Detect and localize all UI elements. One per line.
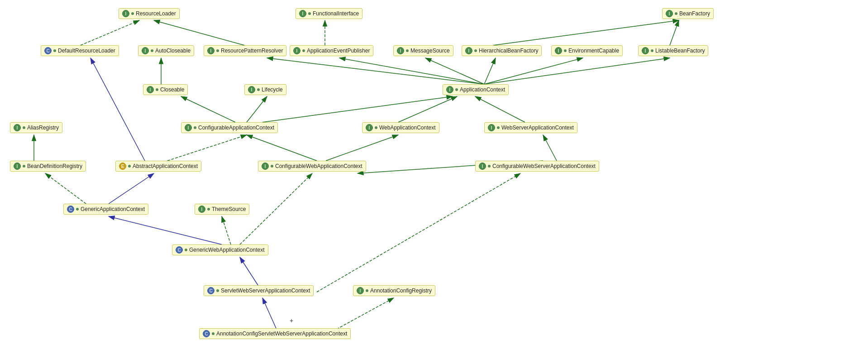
connector-dot — [488, 165, 491, 168]
node-resourcepatternresolver: IResourcePatternResolver — [204, 45, 286, 56]
connector-dot — [651, 49, 653, 52]
node-beandefinitionregistry: IBeanDefinitionRegistry — [10, 161, 86, 172]
node-label: AnnotationConfigServletWebServerApplicat… — [216, 330, 347, 337]
connector-dot — [308, 12, 311, 15]
badge-i: I — [366, 124, 373, 131]
svg-line-33 — [262, 298, 276, 328]
node-defaultresourceloader: CDefaultResourceLoader — [41, 45, 119, 56]
node-listablebeanfactory: IListableBeanFactory — [638, 45, 708, 56]
connector-dot — [257, 88, 260, 91]
node-label: ConfigurableWebApplicationContext — [275, 163, 362, 169]
badge-i: I — [397, 47, 404, 54]
svg-line-18 — [475, 96, 525, 122]
svg-line-29 — [240, 173, 312, 244]
connector-dot — [212, 332, 215, 335]
node-abstractapplicationcontext: EAbstractApplicationContext — [115, 161, 201, 172]
badge-i: I — [479, 163, 486, 170]
node-label: Lifecycle — [262, 86, 283, 93]
connector-dot — [474, 49, 477, 52]
badge-i: I — [142, 47, 149, 54]
connector-dot — [207, 208, 210, 211]
svg-line-27 — [45, 173, 86, 204]
node-label: AnnotationConfigRegistry — [370, 287, 432, 294]
class-diagram: IResourceLoaderIFunctionalInterfaceIBean… — [0, 0, 868, 364]
node-label: ApplicationContext — [460, 86, 505, 93]
node-label: AutoCloseable — [155, 48, 191, 54]
svg-line-2 — [81, 20, 139, 45]
node-applicationeventpublisher: IApplicationEventPublisher — [290, 45, 373, 56]
node-configurableapplicationcontext: IConfigurableApplicationContext — [181, 122, 278, 133]
node-applicationcontext: IApplicationContext — [443, 84, 509, 95]
svg-line-23 — [326, 135, 398, 161]
connector-dot — [406, 49, 409, 52]
badge-i: I — [248, 86, 255, 93]
svg-line-11 — [484, 58, 496, 84]
badge-i: I — [147, 86, 154, 93]
connector-dot — [302, 49, 305, 52]
node-label: WebServerApplicationContext — [501, 125, 574, 131]
node-label: ListableBeanFactory — [655, 48, 705, 54]
badge-c: C — [176, 246, 183, 254]
connector-dot — [216, 289, 219, 292]
badge-i: I — [262, 163, 269, 170]
svg-line-17 — [398, 96, 457, 122]
node-label: ServletWebServerApplicationContext — [221, 287, 310, 294]
badge-e: E — [119, 163, 126, 170]
node-label: BeanDefinitionRegistry — [27, 163, 82, 169]
connector-dot — [53, 49, 56, 52]
connector-dot — [564, 49, 567, 52]
node-label: ResourceLoader — [136, 10, 176, 17]
badge-i: I — [488, 124, 495, 131]
svg-line-22 — [247, 135, 317, 161]
node-functionalinterface: IFunctionalInterface — [296, 8, 362, 19]
svg-line-9 — [339, 58, 484, 84]
connector-dot — [128, 165, 131, 168]
badge-i: I — [14, 124, 21, 131]
badge-i: I — [555, 47, 562, 54]
svg-line-7 — [670, 20, 679, 45]
node-label: AbstractApplicationContext — [133, 163, 198, 169]
svg-line-31 — [240, 257, 258, 285]
node-lifecycle: ILifecycle — [244, 84, 286, 95]
node-label: BeanFactory — [679, 10, 710, 17]
badge-i: I — [122, 10, 129, 17]
svg-line-26 — [109, 173, 154, 204]
connector-dot — [156, 88, 158, 91]
connector-dot — [131, 12, 134, 15]
badge-i: I — [299, 10, 306, 17]
badge-i: I — [666, 10, 673, 17]
node-label: ConfigurableWebServerApplicationContext — [492, 163, 596, 169]
badge-c: C — [67, 206, 74, 213]
node-closeable: ICloseable — [143, 84, 188, 95]
node-webserverapplicationcontext: IWebServerApplicationContext — [484, 122, 577, 133]
node-label: GenericWebApplicationContext — [189, 247, 265, 253]
connector-dot — [216, 49, 219, 52]
node-resourceloader: IResourceLoader — [119, 8, 180, 19]
badge-i: I — [446, 86, 453, 93]
node-genericapplicationcontext: CGenericApplicationContext — [63, 204, 148, 215]
svg-line-6 — [493, 20, 679, 45]
svg-line-30 — [222, 216, 231, 244]
node-label: ConfigurableApplicationContext — [198, 125, 274, 131]
svg-line-8 — [267, 58, 484, 84]
badge-i: I — [465, 47, 472, 54]
connector-dot — [375, 126, 377, 129]
plus-indicator: + — [290, 317, 293, 324]
svg-line-12 — [484, 58, 583, 84]
svg-line-32 — [317, 173, 520, 292]
connector-dot — [151, 49, 153, 52]
node-themesource: IThemeSource — [195, 204, 249, 215]
badge-i: I — [207, 47, 215, 54]
svg-line-28 — [109, 216, 222, 244]
connector-dot — [194, 126, 196, 129]
node-label: ApplicationEventPublisher — [307, 48, 370, 54]
node-label: MessageSource — [410, 48, 450, 54]
svg-line-15 — [181, 96, 235, 122]
node-label: Closeable — [160, 86, 184, 93]
badge-i: I — [293, 47, 300, 54]
node-hierarchicalbeanfactory: IHierarchicalBeanFactory — [462, 45, 542, 56]
node-label: FunctionalInterface — [313, 10, 359, 17]
node-label: GenericApplicationContext — [81, 206, 145, 212]
svg-line-21 — [91, 58, 145, 161]
badge-i: I — [642, 47, 649, 54]
